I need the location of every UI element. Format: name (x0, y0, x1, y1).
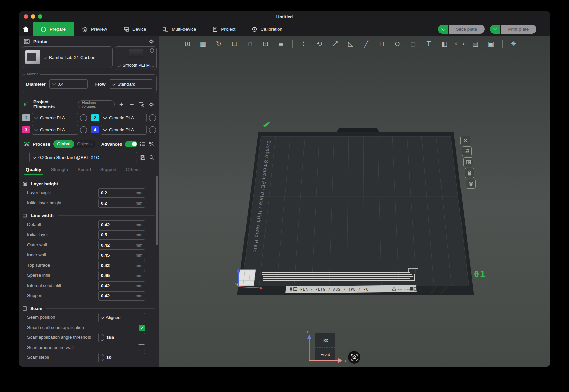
lock-plate-button[interactable] (465, 168, 474, 178)
printer-model-value: Bambu Lab X1 Carbon (49, 55, 95, 60)
title-bar: Untitled (19, 11, 550, 22)
plate-settings-icon (468, 181, 474, 186)
viewport-3d[interactable]: ⊞▦↻⊟⧉⊡≣⊹⟲⤢◺╱⊓⊖◻T◧⟷▤▣✳ Bambu Smooth PEI P… (159, 36, 550, 367)
advanced-toggle[interactable] (125, 141, 137, 147)
line-width-inner-wall-input[interactable]: 0.45 mm (98, 251, 145, 260)
layer-height-input[interactable]: 0.2 mm (98, 188, 145, 198)
filament-select[interactable]: Generic PLA (32, 125, 78, 135)
initial-layer-height-input[interactable]: 0.2 mm (98, 199, 145, 208)
fit-view-button[interactable] (348, 351, 360, 364)
scarf-angle-threshold-spinner[interactable]: 155 ° (98, 333, 145, 342)
filament-edit-button[interactable]: ⋯ (149, 114, 156, 121)
tab-others[interactable]: Others (121, 166, 144, 175)
tab-quality[interactable]: Quality (21, 166, 46, 175)
line-width-support-input[interactable]: 0.42 mm (98, 291, 145, 301)
tab-device[interactable]: Device (115, 22, 154, 36)
param-label: Scarf application angle threshold (27, 335, 98, 340)
filament-edit-button[interactable]: ⋯ (80, 126, 87, 133)
printer-settings-gear-icon[interactable] (148, 39, 154, 44)
line-width-sparse-infill-input[interactable]: 0.45 mm (98, 271, 145, 280)
plate-type-select[interactable]: Smooth PEI Pl... (115, 46, 157, 70)
info-icon[interactable] (150, 48, 154, 53)
param-label: Initial layer (27, 232, 98, 238)
close-button[interactable] (24, 14, 28, 19)
compare-presets-icon[interactable] (149, 142, 154, 147)
tab-label: Preview (91, 27, 107, 32)
delete-plate-button[interactable] (460, 136, 470, 145)
tab-project[interactable]: Project (204, 22, 243, 36)
parameter-panel[interactable]: Layer height Layer height 0.2 mm Initial… (19, 175, 159, 367)
arrange-plate-button[interactable] (463, 157, 473, 167)
smart-scarf-seam-checkbox[interactable] (139, 325, 145, 331)
scarf-steps-spinner[interactable]: 10 (98, 353, 145, 362)
view-all-settings-icon[interactable] (140, 142, 146, 147)
print-plate-button[interactable]: Print plate (501, 25, 536, 34)
plate-handle (336, 128, 379, 132)
line-width-internal-solid-infill-input[interactable]: 0.42 mm (98, 281, 145, 290)
filament-select[interactable]: Generic PLA (101, 125, 147, 135)
filament-slot-1: 1 Generic PLA ⋯ (22, 113, 87, 122)
filament-color-badge[interactable]: 2 (91, 114, 99, 121)
filament-color-badge[interactable]: 4 (91, 126, 99, 133)
line-width-initial-layer-input[interactable]: 0.5 mm (98, 230, 145, 240)
tab-prepare[interactable]: Prepare (33, 22, 74, 36)
filament-edit-button[interactable]: ⋯ (149, 126, 156, 133)
params-scrollbar[interactable] (156, 176, 158, 245)
sync-filament-icon[interactable] (138, 102, 145, 107)
slice-options-button[interactable] (438, 25, 448, 34)
plate-number-label[interactable]: 01 (474, 269, 486, 279)
filament-color-badge[interactable]: 1 (22, 114, 30, 121)
print-options-button[interactable] (490, 25, 500, 34)
minimize-button[interactable] (31, 14, 35, 19)
scope-objects[interactable]: Objects (77, 142, 91, 146)
process-preset-select[interactable]: 0.20mm Standard @BBL X1C (29, 152, 137, 162)
process-scope-toggle[interactable]: Global Objects (53, 140, 96, 148)
spinner-arrows[interactable] (101, 335, 104, 341)
plate-settings-button[interactable] (466, 179, 476, 189)
filament-edit-button[interactable]: ⋯ (80, 114, 87, 121)
build-plate-scene[interactable]: Bambu Smooth PEI Plate / High Temp Plate (159, 36, 550, 367)
process-header: Process Global Objects Advanced (19, 137, 159, 150)
scope-global[interactable]: Global (53, 140, 75, 148)
left-sidebar: Printer Bambu Lab X1 Carbon (19, 36, 159, 367)
line-width-outer-wall-input[interactable]: 0.42 mm (98, 241, 145, 250)
spinner-arrows[interactable] (101, 355, 104, 360)
param-label: Support (27, 293, 98, 298)
home-button[interactable] (19, 22, 33, 36)
tab-strength[interactable]: Strength (46, 166, 73, 175)
edit-plate-name-icon[interactable] (263, 121, 271, 127)
line-width-top-surface-input[interactable]: 0.42 mm (98, 261, 145, 270)
tab-speed[interactable]: Speed (73, 166, 96, 175)
auto-orient-plate-button[interactable] (462, 146, 472, 156)
add-filament-button[interactable]: + (118, 101, 125, 108)
maximize-button[interactable] (38, 14, 42, 19)
nozzle-legend: Nozzle (25, 72, 40, 76)
flushing-volumes-button[interactable]: Flushing volumes (78, 100, 115, 108)
remove-filament-button[interactable]: − (128, 101, 135, 108)
param-label: Initial layer height (27, 200, 98, 206)
save-preset-icon[interactable] (140, 154, 146, 160)
filament-settings-gear-icon[interactable] (148, 102, 154, 107)
section-title: Layer height (31, 181, 58, 186)
filament-spool-icon (24, 102, 30, 107)
search-settings-icon[interactable] (149, 154, 155, 160)
slice-plate-button[interactable]: Slice plate (449, 25, 485, 34)
filament-select[interactable]: Generic PLA (101, 113, 147, 122)
filaments-header: Project Filaments Flushing volumes + − (19, 97, 159, 111)
nozzle-flow-select[interactable]: Standard (109, 79, 153, 89)
chevron-down-icon (441, 27, 445, 30)
section-line-width: Line width (22, 213, 155, 218)
line-width-default-input[interactable]: 0.42 mm (98, 220, 145, 229)
tab-preview[interactable]: Preview (74, 22, 115, 36)
printer-model-select[interactable]: Bambu Lab X1 Carbon (22, 46, 113, 68)
seam-position-select[interactable]: Aligned (98, 313, 145, 322)
tab-support[interactable]: Support (96, 166, 121, 175)
filament-color-badge[interactable]: 3 (22, 126, 30, 133)
tab-calibration[interactable]: Calibration (243, 22, 291, 36)
scarf-entire-wall-checkbox[interactable] (138, 344, 145, 351)
advanced-label: Advanced (101, 142, 122, 147)
tab-multi-device[interactable]: Multi-device (154, 22, 204, 36)
param-label: Smart scarf seam application (27, 325, 99, 330)
nozzle-diameter-select[interactable]: 0.4 (49, 79, 88, 89)
filament-select[interactable]: Generic PLA (32, 113, 78, 122)
